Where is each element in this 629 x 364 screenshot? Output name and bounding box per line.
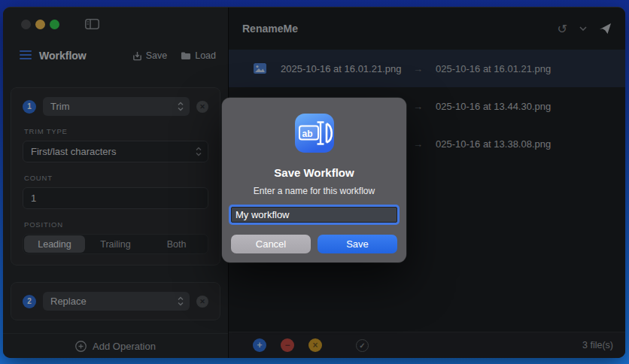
workflow-header: Workflow Save Load — [3, 41, 228, 71]
cross-icon: × — [312, 340, 318, 350]
sidebar-toggle-icon[interactable] — [85, 19, 99, 29]
up-down-chevrons-icon — [178, 296, 184, 306]
count-input[interactable] — [31, 193, 202, 204]
segment-leading[interactable]: Leading — [24, 235, 85, 253]
file-row[interactable]: 2025-10-16 at 16.01.21.png → 025-10-16 a… — [229, 50, 625, 87]
chevron-down-icon[interactable] — [579, 26, 587, 31]
save-label: Save — [146, 50, 168, 61]
titlebar — [3, 8, 228, 41]
renamed-filename: 025-10-16 at 13.38.08.png — [436, 138, 551, 150]
remove-operation-button[interactable]: ✕ — [196, 296, 208, 308]
plus-icon: + — [257, 340, 262, 350]
icon-letters: ab — [302, 129, 312, 139]
up-down-chevrons-icon — [196, 147, 202, 156]
dialog-title: Save Workflow — [231, 166, 397, 179]
renamed-filename: 025-10-16 at 13.44.30.png — [436, 101, 551, 112]
add-operation-button[interactable]: Add Operation — [3, 333, 228, 358]
operation-card-2: 2 Replace ✕ — [11, 282, 220, 320]
load-label: Load — [195, 50, 216, 61]
operation-number-badge: 2 — [23, 295, 36, 308]
trim-type-value: First/last characters — [31, 146, 116, 157]
remove-files-button[interactable]: − — [281, 338, 294, 352]
bottom-toolbar: + − × ✓ 3 file(s) — [229, 332, 625, 358]
trim-type-label: TRIM TYPE — [24, 127, 207, 135]
operation-type-select[interactable]: Replace — [43, 292, 190, 311]
save-button[interactable]: Save — [318, 235, 397, 253]
minimize-button[interactable] — [35, 20, 45, 29]
workflow-name-input[interactable] — [231, 207, 397, 223]
plus-circle-icon — [75, 341, 87, 352]
workflow-title: Workflow — [39, 50, 87, 62]
undo-history-icon[interactable]: ↺ — [558, 22, 567, 36]
save-icon — [132, 51, 142, 61]
operation-type-value: Replace — [50, 296, 87, 307]
zoom-button[interactable] — [50, 20, 59, 29]
segment-both[interactable]: Both — [146, 235, 207, 253]
close-button[interactable] — [21, 20, 31, 29]
main-header: RenameMe ↺ — [229, 8, 625, 50]
rename-arrow-icon: → — [413, 138, 436, 150]
file-count-status: 3 file(s) — [582, 340, 613, 350]
position-label: POSITION — [24, 220, 207, 229]
cancel-button[interactable]: Cancel — [231, 235, 311, 253]
workflow-panel: Workflow Save Load 1 Trim ✕ — [3, 8, 229, 358]
minus-icon: − — [284, 340, 290, 350]
close-icon: ✕ — [199, 298, 205, 305]
image-file-icon — [254, 63, 267, 74]
rename-arrow-icon: → — [413, 101, 436, 112]
folder-icon — [181, 51, 191, 60]
remove-operation-button[interactable]: ✕ — [196, 101, 208, 113]
trim-type-select[interactable]: First/last characters — [23, 141, 208, 162]
app-title: RenameMe — [242, 23, 298, 35]
count-field — [23, 187, 208, 209]
check-icon: ✓ — [359, 341, 365, 350]
segment-trailing[interactable]: Trailing — [85, 235, 146, 253]
original-filename: 2025-10-16 at 16.01.21.png — [281, 63, 413, 74]
operation-type-select[interactable]: Trim — [43, 97, 190, 116]
operation-number-badge: 1 — [23, 100, 36, 114]
rename-arrow-icon: → — [413, 63, 436, 74]
count-label: COUNT — [24, 174, 207, 182]
operation-type-value: Trim — [50, 101, 70, 112]
renamed-filename: 025-10-16 at 16.01.21.png — [436, 63, 551, 74]
operation-card-1: 1 Trim ✕ TRIM TYPE First/last characters… — [11, 87, 220, 265]
send-icon[interactable] — [599, 23, 612, 35]
add-operation-label: Add Operation — [93, 341, 156, 352]
position-segmented-control: Leading Trailing Both — [23, 234, 208, 254]
apply-rename-button[interactable]: ✓ — [356, 339, 369, 352]
save-workflow-dialog: ab Save Workflow Enter a name for this w… — [222, 98, 406, 262]
dialog-subtitle: Enter a name for this workflow — [231, 186, 397, 196]
add-files-button[interactable]: + — [253, 338, 266, 352]
clear-files-button[interactable]: × — [308, 338, 322, 352]
load-workflow-button[interactable]: Load — [181, 50, 216, 61]
renameme-app-icon: ab — [294, 113, 335, 156]
menu-icon[interactable] — [20, 49, 32, 62]
close-icon: ✕ — [199, 103, 205, 111]
up-down-chevrons-icon — [178, 102, 184, 111]
save-workflow-button[interactable]: Save — [132, 50, 168, 61]
